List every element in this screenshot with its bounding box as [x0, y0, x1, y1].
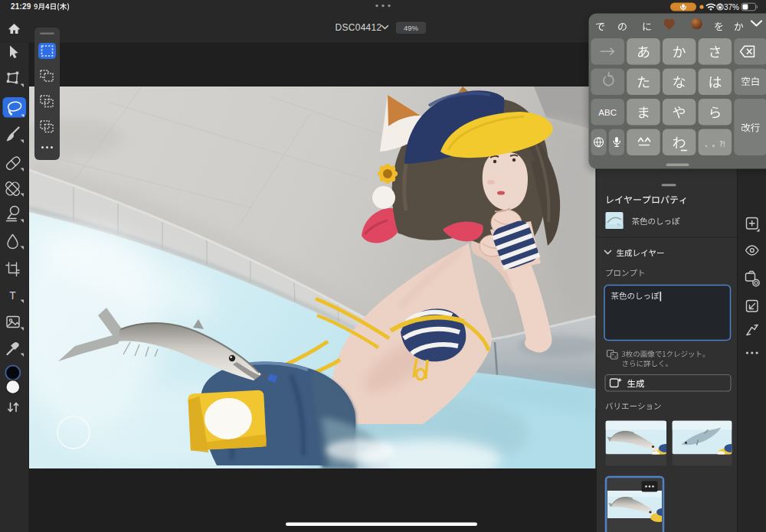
svg-text:37%: 37%: [724, 3, 739, 11]
svg-text:ABC: ABC: [598, 108, 617, 117]
svg-text:49%: 49%: [404, 24, 419, 32]
svg-text:21:29: 21:29: [11, 2, 31, 11]
svg-text:T: T: [9, 289, 16, 302]
svg-text:DSC04412: DSC04412: [335, 22, 381, 33]
